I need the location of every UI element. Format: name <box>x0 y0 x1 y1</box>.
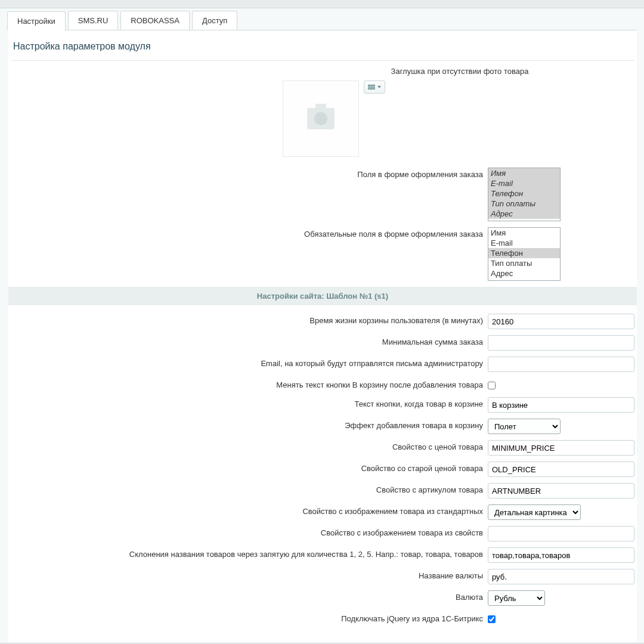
change-btn-label: Менять текст кнопки В корзину после доба… <box>11 378 488 389</box>
list-item[interactable]: Имя <box>488 168 560 178</box>
sku-prop-input[interactable] <box>488 483 634 499</box>
list-item[interactable]: Тип оплаты <box>488 199 560 209</box>
tab-access[interactable]: Доступ <box>192 11 237 30</box>
btn-text-label: Текст кнопки, когда товар в корзине <box>11 397 488 408</box>
old-price-prop-label: Свойство со старой ценой товара <box>11 462 488 473</box>
list-item[interactable]: E-mail <box>488 238 560 248</box>
currency-select[interactable]: Рубль <box>488 590 545 606</box>
menu-icon <box>368 84 375 90</box>
section-header: Настройки сайта: Шаблон №1 (s1) <box>8 287 637 305</box>
tab-settings[interactable]: Настройки <box>7 11 66 30</box>
tab-smsru[interactable]: SMS.RU <box>68 11 119 30</box>
add-effect-select[interactable]: Полет <box>488 419 561 434</box>
list-item[interactable]: Тип оплаты <box>488 258 560 268</box>
price-prop-label: Свойство с ценой товара <box>11 440 488 451</box>
order-fields-label: Поля в форме оформления заказа <box>11 168 488 179</box>
old-price-prop-input[interactable] <box>488 462 634 477</box>
sku-prop-label: Свойство с артикулом товара <box>11 483 488 494</box>
chevron-down-icon <box>377 86 381 88</box>
list-item[interactable]: Адрес <box>488 209 560 219</box>
page-title: Настройка параметров модуля <box>11 38 634 61</box>
tabs-bar: Настройки SMS.RU ROBOKASSA Доступ <box>0 8 644 30</box>
required-fields-listbox[interactable]: Имя E-mail Телефон Тип оплаты Адрес <box>488 227 561 281</box>
image-stub-area <box>283 80 637 157</box>
list-item[interactable]: Телефон <box>488 248 560 258</box>
cart-life-input[interactable] <box>488 314 634 329</box>
cart-life-label: Время жизни корзины пользователя (в мину… <box>11 314 488 325</box>
admin-email-input[interactable] <box>488 357 634 372</box>
img-std-label: Свойство с изображением товара из станда… <box>11 504 488 516</box>
img-std-select[interactable]: Детальная картинка <box>488 504 581 520</box>
currency-name-input[interactable] <box>488 569 634 584</box>
stub-label: Заглушка при отсутствии фото товара <box>283 67 637 76</box>
change-btn-checkbox[interactable] <box>488 382 496 389</box>
list-item[interactable]: Имя <box>488 228 560 238</box>
price-prop-input[interactable] <box>488 440 634 456</box>
image-upload-menu-button[interactable] <box>364 80 385 94</box>
currency-name-label: Название валюты <box>11 569 488 580</box>
img-prop-input[interactable] <box>488 526 634 541</box>
content-panel: Настройка параметров модуля Заглушка при… <box>8 30 637 643</box>
list-item[interactable]: E-mail <box>488 178 560 188</box>
jquery-checkbox[interactable] <box>488 615 496 623</box>
btn-text-input[interactable] <box>488 397 634 413</box>
list-item[interactable]: Телефон <box>488 188 560 199</box>
min-sum-label: Минимальная сумма заказа <box>11 335 488 346</box>
camera-icon <box>307 108 335 129</box>
admin-email-label: Email, на который будут отправлятся пись… <box>11 357 488 368</box>
currency-label: Валюта <box>11 590 488 602</box>
add-effect-label: Эффект добавления товара в корзину <box>11 419 488 430</box>
declension-label: Склонения названия товаров через запятую… <box>11 547 488 559</box>
img-prop-label: Свойство с изображением товара из свойст… <box>11 526 488 537</box>
image-placeholder <box>283 80 359 157</box>
declension-input[interactable] <box>488 547 634 563</box>
min-sum-input[interactable] <box>488 335 634 351</box>
jquery-label: Подключать jQuery из ядра 1С-Битрикс <box>11 612 488 623</box>
list-item[interactable]: Адрес <box>488 268 560 278</box>
tab-robokassa[interactable]: ROBOKASSA <box>120 11 190 30</box>
required-fields-label: Обязательные поля в форме оформления зак… <box>11 227 488 239</box>
order-fields-listbox[interactable]: Имя E-mail Телефон Тип оплаты Адрес <box>488 168 561 221</box>
top-toolbar <box>0 0 644 8</box>
